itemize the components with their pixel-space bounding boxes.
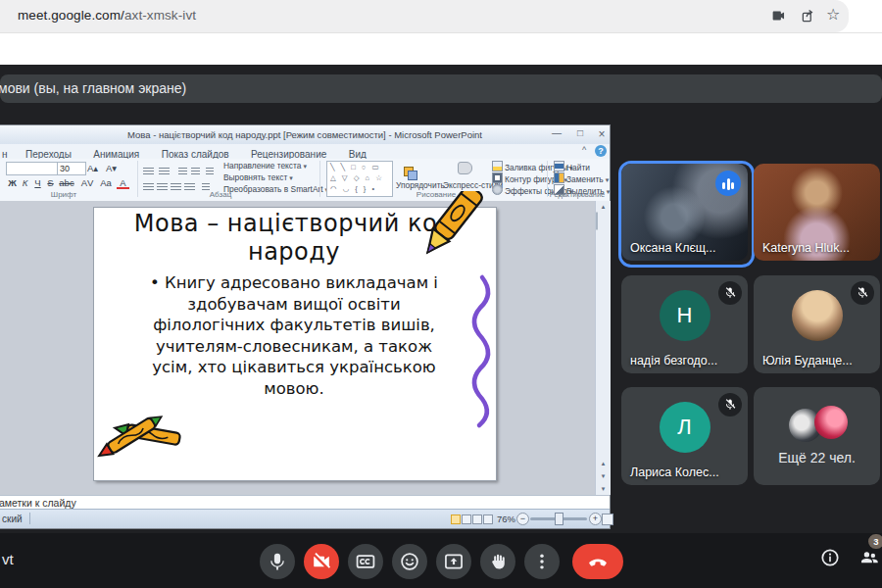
participant-tile-yuliia[interactable]: Юлія Буданце... <box>754 275 880 373</box>
grow-font-button[interactable]: А▴ <box>87 163 98 173</box>
purple-squiggle <box>474 277 488 425</box>
find-icon <box>554 161 564 172</box>
ppt-status-bar: ский 76% − + <box>0 509 610 528</box>
meeting-details-button[interactable] <box>819 547 841 568</box>
quick-styles-icon <box>458 162 472 174</box>
captions-button[interactable] <box>348 544 383 579</box>
arrange-icon <box>404 163 414 180</box>
underline-button[interactable]: Ч <box>31 177 44 188</box>
ppt-window-title: Мова - націєтворчий код народу.ppt [Режи… <box>0 125 610 144</box>
mic-icon <box>270 554 284 570</box>
help-icon[interactable]: ? <box>595 145 607 157</box>
avatar <box>814 406 848 439</box>
camera-permission-icon[interactable] <box>770 7 788 24</box>
meeting-code-url: axt-xmsk-ivt <box>124 8 196 23</box>
participant-name: Оксана Клєщ... <box>630 241 716 255</box>
browser-toolbar: meet.google.com/axt-xmsk-ivt ☆ <box>0 0 882 32</box>
notes-placeholder: аметки к слайду <box>2 496 610 510</box>
replace-icon <box>554 172 564 183</box>
participant-tile-larysa[interactable]: Л Лариса Колес... <box>621 387 748 485</box>
avatar: Н <box>660 290 710 341</box>
reactions-button[interactable] <box>392 544 427 579</box>
more-participants-label: Ещё 22 чел. <box>754 450 880 466</box>
shape-outline-icon <box>492 172 503 183</box>
participants-button[interactable] <box>858 547 880 568</box>
participant-tile-oksana[interactable]: Оксана Клєщ... <box>621 164 748 261</box>
camera-off-icon <box>311 551 332 572</box>
ppt-titlebar: Мова - націєтворчий код народу.ppt [Режи… <box>0 125 610 145</box>
screen: meet.google.com/axt-xmsk-ivt ☆ мови (вы,… <box>0 0 882 588</box>
meeting-code-label: vt <box>2 551 14 567</box>
zoom-slider-thumb[interactable] <box>555 513 564 525</box>
arrange-button[interactable]: Упорядочить <box>396 180 445 190</box>
normal-view-button[interactable] <box>451 514 461 524</box>
slide-scrollbar[interactable]: ▴ ▴ ▾ ▾ <box>595 201 611 495</box>
avatar: Л <box>660 402 710 453</box>
present-icon <box>443 551 465 572</box>
font-size-combo[interactable]: 30 <box>57 162 86 175</box>
replace-button[interactable]: Заменить▾ <box>554 172 609 184</box>
font-color-button[interactable]: А <box>117 177 129 189</box>
scroll-up-icon[interactable]: ▴ <box>596 201 611 213</box>
scroll-down-icon[interactable]: ▾ <box>596 483 611 495</box>
page-background <box>0 32 882 65</box>
ppt-minimize-button[interactable]: — <box>549 127 564 138</box>
slide-sorter-view-button[interactable] <box>462 514 471 524</box>
text-direction-button[interactable]: Направление текста▾ <box>223 161 307 171</box>
end-call-icon <box>587 551 609 572</box>
speaking-indicator-icon <box>715 171 741 196</box>
dropdown-icon: ▾ <box>303 163 307 170</box>
mic-off-icon <box>851 281 874 305</box>
dropdown-icon: ▾ <box>606 176 610 183</box>
find-button[interactable]: Найти <box>554 161 590 172</box>
italic-button[interactable]: К <box>19 177 31 188</box>
slideshow-view-button[interactable] <box>483 514 493 524</box>
ppt-close-button[interactable]: × <box>594 127 610 141</box>
language-indicator[interactable]: ский <box>2 514 23 524</box>
bold-button[interactable]: Ж <box>6 177 19 188</box>
character-spacing-button[interactable]: АV <box>78 177 96 188</box>
change-case-button[interactable]: Аа <box>97 177 115 188</box>
shapes-row: ╲ ╲ □ ○ ▭ <box>327 162 392 172</box>
notes-pane[interactable]: аметки к слайду <box>0 495 610 510</box>
zoom-level[interactable]: 76% <box>497 514 515 524</box>
emoji-icon <box>399 551 420 572</box>
shape-fill-icon <box>492 161 503 172</box>
ribbon-collapse-icon[interactable]: ^ <box>582 145 586 155</box>
avatar <box>792 290 843 341</box>
camera-off-button[interactable] <box>304 544 339 579</box>
share-page-icon[interactable] <box>800 7 817 24</box>
align-text-button[interactable]: Выровнять текст▾ <box>223 172 293 182</box>
end-call-button[interactable] <box>572 544 623 579</box>
font-name-combo[interactable] <box>6 162 59 175</box>
presentation-banner: мови (вы, на главном экране) <box>0 74 882 103</box>
participants-count-badge: 3 <box>868 534 882 549</box>
crayon-top-right <box>419 191 484 259</box>
next-slide-icon[interactable]: ▾ <box>596 470 611 482</box>
url-text[interactable]: meet.google.com/axt-xmsk-ivt <box>18 8 196 23</box>
prev-slide-icon[interactable]: ▴ <box>596 458 611 469</box>
shapes-row: △ ▽ ◇ ⌂ ☆ <box>327 172 392 183</box>
mic-button[interactable] <box>260 544 295 579</box>
participant-tile-nadiia[interactable]: Н надія безгодо... <box>621 275 748 373</box>
zoom-out-button[interactable]: − <box>516 513 529 525</box>
present-screen-button[interactable] <box>436 544 471 579</box>
more-participants-tile[interactable]: Ещё 22 чел. <box>754 387 880 485</box>
shrink-font-button[interactable]: А▾ <box>106 163 117 173</box>
more-options-button[interactable] <box>524 544 560 579</box>
shadow-button[interactable]: abc <box>57 177 76 188</box>
fit-to-window-button[interactable] <box>602 514 613 525</box>
scrollbar-thumb[interactable] <box>596 212 598 230</box>
bookmark-star-icon[interactable]: ☆ <box>826 5 840 24</box>
presentation-banner-label: мови (вы, на главном экране) <box>6 74 882 103</box>
reading-view-button[interactable] <box>472 514 482 524</box>
strikethrough-button[interactable]: S <box>44 177 57 188</box>
more-options-icon <box>531 551 553 572</box>
dropdown-icon: ▾ <box>289 174 293 181</box>
participant-tile-kateryna[interactable]: Kateryna Hluk... <box>754 164 880 261</box>
ppt-maximize-button[interactable]: □ <box>572 127 588 138</box>
participant-name: Юлія Буданце... <box>762 354 853 368</box>
zoom-in-button[interactable]: + <box>589 513 602 525</box>
group-label-editing: Редактирование <box>545 190 610 199</box>
raise-hand-button[interactable] <box>480 544 515 579</box>
